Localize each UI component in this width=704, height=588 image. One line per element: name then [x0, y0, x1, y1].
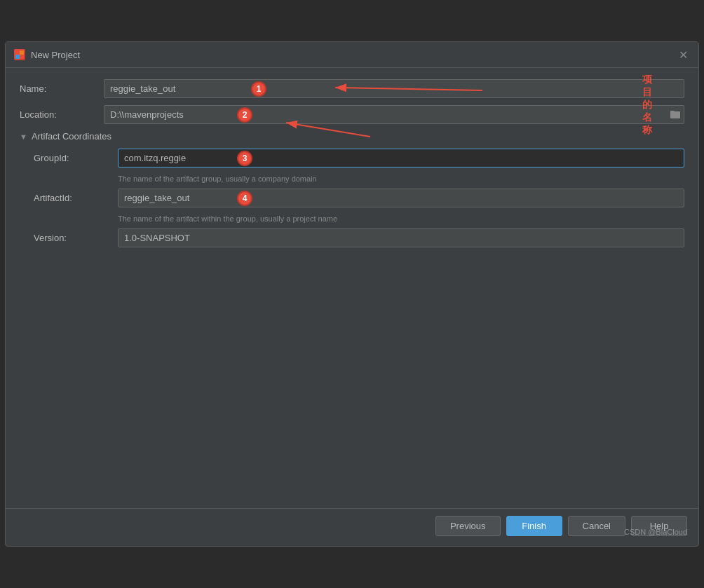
svg-rect-1 [20, 50, 24, 55]
artifactid-label: ArtifactId: [34, 193, 118, 203]
artifact-section-header: ▼ Artifact Coordinates [20, 131, 684, 142]
title-bar-left: New Project [14, 49, 80, 60]
artifactid-row: ArtifactId: 4 [34, 189, 684, 207]
name-label: Name: [20, 83, 104, 94]
new-project-dialog: New Project ✕ 项目的名称 Name: [5, 41, 699, 547]
version-input-wrap [118, 228, 684, 247]
version-row: Version: [34, 228, 684, 247]
cancel-button[interactable]: Cancel [568, 516, 625, 536]
location-label: Location: [20, 109, 104, 120]
annotation-circle-2: 2 [237, 107, 252, 123]
app-icon [14, 49, 25, 60]
dialog-body: 项目的名称 Name: 1 项目的名称 [6, 68, 698, 501]
name-row: Name: 1 项目的名称 [20, 79, 684, 98]
title-bar: New Project ✕ [6, 42, 698, 68]
name-input[interactable] [104, 79, 684, 98]
name-input-wrap [104, 79, 684, 98]
groupid-input[interactable] [118, 149, 684, 167]
svg-rect-3 [20, 55, 24, 59]
groupid-hint: The name of the artifact group, usually … [118, 175, 684, 183]
version-label: Version: [34, 233, 118, 243]
finish-button[interactable]: Finish [506, 516, 562, 536]
artifactid-input[interactable] [118, 189, 684, 207]
annotation-circle-1: 1 [251, 81, 266, 97]
folder-icon[interactable] [670, 109, 680, 121]
annotation-circle-3: 3 [237, 151, 252, 166]
groupid-label: GroupId: [34, 153, 118, 163]
dialog-title: New Project [31, 50, 80, 60]
artifact-section-body: GroupId: 3 The name of the artifact grou… [20, 149, 684, 247]
groupid-input-wrap [118, 149, 684, 167]
groupid-row: GroupId: 3 [34, 149, 684, 167]
chevron-icon[interactable]: ▼ [20, 132, 27, 141]
spacer [20, 254, 684, 493]
version-input[interactable] [118, 228, 684, 247]
svg-rect-0 [15, 50, 20, 55]
location-input-wrap [104, 105, 684, 124]
location-row: Location: 2 项目存放的位置 [20, 105, 684, 124]
artifactid-hint: The name of the artifact within the grou… [118, 214, 684, 223]
watermark: CSDN @BlaCloud [624, 528, 687, 536]
previous-button[interactable]: Previous [435, 516, 501, 536]
dialog-footer: Previous Finish Cancel Help [6, 508, 698, 546]
svg-rect-2 [15, 55, 20, 59]
location-input[interactable] [104, 105, 684, 124]
close-button[interactable]: ✕ [676, 48, 690, 62]
annotation-circle-4: 4 [237, 191, 252, 206]
artifactid-input-wrap [118, 189, 684, 207]
artifact-section-title: Artifact Coordinates [32, 131, 111, 142]
